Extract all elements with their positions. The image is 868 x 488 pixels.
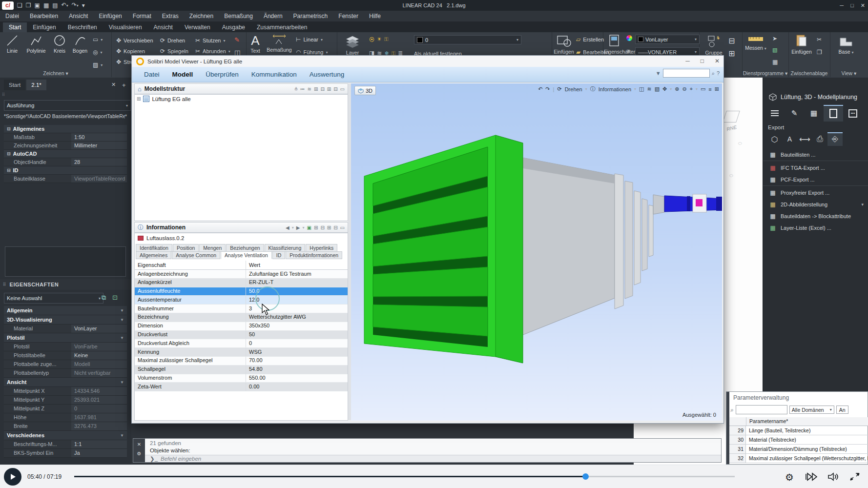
maximize-button[interactable]: □ — [701, 56, 704, 67]
solibri-menu-item[interactable]: Überprüfen — [199, 71, 245, 78]
drawing-tab[interactable]: Start — [4, 80, 25, 90]
measure-button[interactable]: Messen ▾ — [744, 33, 767, 51]
play-button[interactable] — [4, 468, 21, 486]
line-button[interactable]: Linie — [2, 34, 22, 54]
solibri-titlebar[interactable]: Solibri Model Viewer - Lüftung EG alle — [132, 56, 723, 67]
subtab-print[interactable]: ⎙ — [812, 132, 827, 146]
property-row[interactable]: BKS-Symbol Ein Ja — [4, 449, 127, 458]
group-edit-icon[interactable]: ⊞ — [728, 49, 735, 58]
collapse-icon[interactable]: ⊟ — [7, 151, 11, 156]
section-header[interactable]: Ansicht▼ — [4, 378, 127, 387]
progress-played[interactable] — [74, 476, 585, 477]
menu-item[interactable]: Extras — [157, 11, 184, 21]
exit-fullscreen-icon[interactable] — [849, 472, 860, 481]
chevron-down-icon[interactable]: ▼ — [120, 308, 124, 313]
menu-item[interactable]: Datei — [0, 11, 24, 21]
menu-item[interactable]: Hilfe — [364, 11, 386, 21]
chevron-down-icon[interactable]: ▼ — [120, 318, 124, 322]
modify-button[interactable]: ✥Verschieben — [116, 35, 153, 46]
menu-item[interactable]: Bemaßung — [219, 11, 258, 21]
object-color-combobox[interactable]: VonLayer▾ — [635, 35, 700, 44]
menu-item[interactable]: Format — [127, 11, 157, 21]
subtab-dimension[interactable]: ⟷ — [797, 132, 812, 146]
progress-remaining[interactable] — [588, 476, 735, 477]
ungroup-icon[interactable]: ⊟ — [728, 36, 735, 45]
customize-icon[interactable]: ⚙ — [137, 451, 142, 456]
property-row[interactable]: Material VonLayer — [4, 325, 127, 333]
layer-on-icon[interactable]: ⦿ — [369, 37, 374, 42]
table-row[interactable]: 32 Maximal zulässiger Schallpegel (Wette… — [729, 454, 868, 463]
cut-icon[interactable]: ✂ — [817, 36, 822, 43]
property-row[interactable]: Maßstab 1:50 — [4, 133, 127, 142]
base-view-button[interactable]: Base ▾ — [834, 33, 858, 55]
zoom-in-icon[interactable]: ⊕ — [675, 86, 679, 92]
ausfuehrung-combobox[interactable]: Ausführung▾ — [4, 100, 131, 111]
section-header[interactable]: ⊟Allgemeines — [4, 125, 127, 133]
maximize-button[interactable]: □ — [850, 0, 854, 11]
table-row[interactable]: 30 Material (Teilstrecke) — [729, 435, 868, 445]
property-row[interactable]: Plotstil VonFarbe — [4, 343, 127, 351]
ribbon-tab[interactable]: Beschriften — [62, 22, 103, 32]
modify-button[interactable]: ✂Stutzen▾ — [195, 35, 230, 46]
solibri-menu-item[interactable]: Modell — [166, 71, 200, 78]
info-tab[interactable]: Analyse Common — [172, 251, 220, 259]
collapse-icon[interactable]: ⊟ — [7, 126, 11, 131]
section-header[interactable]: Verschiedenes▼ — [4, 431, 127, 440]
selection-box-icon[interactable]: ▧ — [772, 47, 777, 53]
open-file-icon[interactable]: ❐ — [26, 0, 31, 11]
section-header[interactable]: Plotstil▼ — [4, 333, 127, 343]
tab-document[interactable] — [824, 105, 843, 122]
table-row[interactable]: Anlagenkürzel ER-ZUL-T — [135, 279, 348, 287]
minimize-button[interactable]: ─ — [840, 0, 844, 11]
close-icon[interactable]: ✕ — [137, 442, 141, 447]
window-split-icon[interactable]: ⊟ — [320, 225, 324, 230]
tree-mode-icon[interactable]: ⫛ — [295, 86, 298, 92]
pin-icon[interactable]: ▭ — [701, 86, 705, 92]
solibri-menu-item[interactable]: Auswertung — [303, 71, 351, 78]
properties-palette-button[interactable]: Eigenschaften — [604, 34, 625, 55]
export-menu-item[interactable]: ▦ Proxyfreier Export ... — [763, 187, 868, 199]
clipped-button[interactable]: An — [836, 406, 848, 414]
back-dropdown-icon[interactable]: ▾ — [292, 225, 294, 230]
polyline-button[interactable]: Polylinie — [23, 34, 49, 54]
menu-item[interactable]: Fenster — [333, 11, 364, 21]
parameter-search-input[interactable] — [736, 405, 787, 414]
table-row[interactable]: Volumenstrom 550.00 — [135, 374, 348, 383]
close-button[interactable]: ✕ — [715, 56, 720, 67]
info-label[interactable]: Informationen — [599, 86, 631, 92]
volume-icon[interactable] — [827, 472, 840, 481]
chevron-down-icon[interactable]: ▾ — [696, 87, 698, 91]
modellstruktur-header[interactable]: ⌂ Modellstruktur ⫛ ≔ ≋ ⊞ ⊟ ⊞ ⊟ ▭ — [134, 83, 348, 94]
window-split-icon[interactable]: ⊟ — [320, 86, 324, 92]
text-button[interactable]: A Text — [247, 33, 264, 54]
view-cube-icon[interactable]: ◫ — [639, 86, 644, 92]
ellipse-tool[interactable]: ◎▾ — [93, 49, 103, 56]
layer-properties-button[interactable]: Layer — [339, 34, 366, 56]
filter-icon[interactable]: ▼ — [656, 70, 661, 76]
export-menu-item[interactable]: ▦ Bauteillisten ... — [763, 149, 868, 161]
window-max-icon[interactable]: ⊟ — [333, 225, 337, 230]
table-row[interactable]: Aussenluftfeuchte 50.0 — [135, 287, 348, 296]
toggle-pickadd-icon[interactable]: ⧉ — [102, 294, 106, 302]
info-tab[interactable]: Produktinformationen — [286, 251, 342, 259]
property-row[interactable]: Bauteilklasse ViewportTableRecord — [4, 175, 127, 183]
info-tab[interactable]: Hyperlinks — [306, 244, 337, 252]
tab-edit[interactable]: ✎ — [785, 105, 804, 122]
tab-menu[interactable] — [765, 105, 785, 122]
export-menu-item[interactable]: ▦ IFC TGA-Export ... — [763, 162, 868, 174]
info-icon[interactable]: ⓘ — [590, 85, 596, 93]
export-menu-item[interactable]: ▦ PCF-Export ... — [763, 174, 868, 186]
section-header[interactable]: ⊟AutoCAD — [4, 150, 127, 158]
forward-icon[interactable]: ▶ — [296, 225, 300, 230]
app-logo-icon[interactable]: c/ — [2, 1, 14, 10]
report-icon[interactable]: ▣ — [307, 225, 311, 230]
solibri-3d-viewport[interactable]: 3D ↶ ↷ | ⟳ Drehen▾ ⓘ Informationen▾ ◫ ≋ … — [351, 83, 722, 421]
arc-button[interactable]: Bogen — [70, 34, 90, 54]
layer-thaw-icon[interactable]: ☀ — [377, 36, 382, 42]
table-row[interactable]: Bezeichnung Wetterschutzgitter AWG — [135, 313, 348, 322]
minimize-button[interactable]: ─ — [685, 56, 690, 67]
property-row[interactable]: Zeichnungseinheit Millimeter — [4, 142, 127, 150]
save-icon[interactable]: ▣ — [35, 0, 40, 11]
property-row[interactable]: Beschriftungs-M... 1:1 — [4, 440, 127, 449]
tab-calculate[interactable]: ▦ — [804, 105, 824, 122]
